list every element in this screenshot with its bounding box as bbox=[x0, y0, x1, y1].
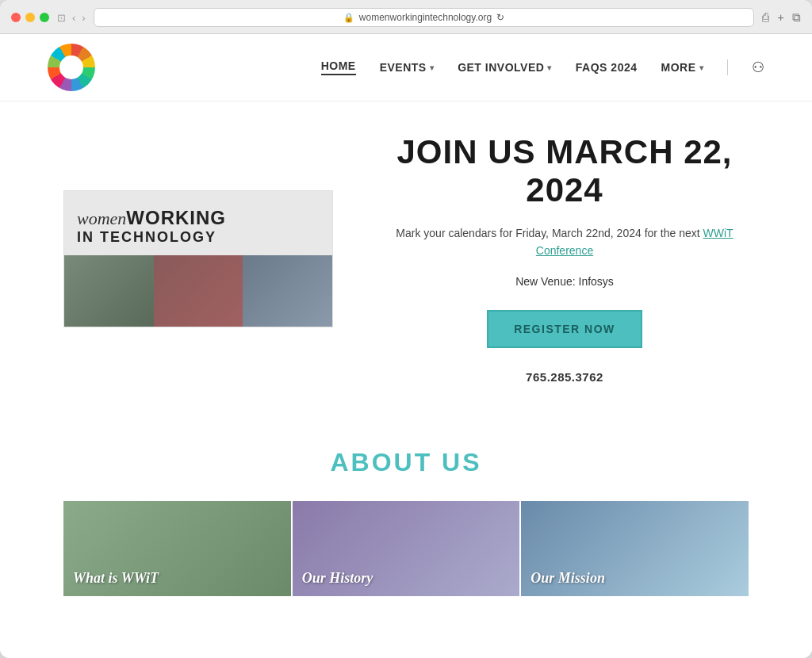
refresh-icon[interactable]: ↻ bbox=[496, 12, 504, 23]
share-icon[interactable]: ⎙ bbox=[762, 10, 769, 25]
close-button[interactable] bbox=[11, 13, 21, 22]
hero-phone: 765.285.3762 bbox=[526, 370, 603, 384]
sidebar-toggle-icon[interactable]: ⊡ bbox=[57, 12, 66, 24]
get-involved-chevron-icon: ▾ bbox=[547, 63, 552, 72]
minimize-button[interactable] bbox=[25, 13, 35, 22]
nav-faqs[interactable]: FAQS 2024 bbox=[576, 61, 638, 74]
about-card-mission[interactable]: Our Mission bbox=[521, 501, 749, 596]
url-text: womenworkingintechnology.org bbox=[359, 12, 492, 23]
hero-italic-text: womenWORKING bbox=[77, 207, 320, 229]
about-title: ABOUT US bbox=[63, 448, 749, 477]
browser-controls: ⊡ ‹ › bbox=[57, 12, 86, 24]
register-now-button[interactable]: REGISTER NOW bbox=[487, 310, 642, 348]
maximize-button[interactable] bbox=[40, 13, 49, 22]
website-content: HOME EVENTS ▾ GET INVOLVED ▾ FAQS 2024 M… bbox=[0, 34, 812, 658]
hero-content: JOIN US MARCH 22, 2024 Mark your calenda… bbox=[381, 133, 749, 384]
about-card-history-label: Our History bbox=[302, 570, 373, 587]
hero-section: womenWORKING IN TECHNOLOGY JOIN US MARCH… bbox=[0, 101, 812, 416]
address-bar[interactable]: 🔒 womenworkingintechnology.org ↻ bbox=[94, 8, 755, 27]
hero-image-block: womenWORKING IN TECHNOLOGY bbox=[63, 190, 333, 327]
more-chevron-icon: ▾ bbox=[699, 63, 704, 72]
traffic-lights bbox=[11, 13, 49, 22]
hero-photos bbox=[64, 255, 332, 327]
back-icon[interactable]: ‹ bbox=[72, 12, 75, 24]
events-chevron-icon: ▾ bbox=[430, 63, 435, 72]
tabs-icon[interactable]: ⧉ bbox=[792, 10, 801, 25]
hero-headline: JOIN US MARCH 22, 2024 bbox=[381, 133, 749, 210]
nav-more[interactable]: MORE ▾ bbox=[661, 61, 704, 74]
site-nav: HOME EVENTS ▾ GET INVOLVED ▾ FAQS 2024 M… bbox=[321, 59, 764, 76]
lock-icon: 🔒 bbox=[343, 13, 354, 23]
hero-photo-1 bbox=[64, 255, 154, 327]
browser-chrome: ⊡ ‹ › 🔒 womenworkingintechnology.org ↻ ⎙… bbox=[0, 0, 812, 34]
hero-photo-3 bbox=[243, 255, 332, 327]
forward-icon[interactable]: › bbox=[82, 12, 85, 24]
nav-get-involved[interactable]: GET INVOLVED ▾ bbox=[458, 61, 552, 74]
about-cards: What is WWiT Our History Our Mission bbox=[63, 501, 749, 596]
hero-image-top: womenWORKING IN TECHNOLOGY bbox=[64, 191, 332, 255]
logo-area[interactable] bbox=[48, 44, 95, 91]
about-card-mission-label: Our Mission bbox=[530, 570, 605, 587]
nav-divider bbox=[727, 59, 728, 75]
site-header: HOME EVENTS ▾ GET INVOLVED ▾ FAQS 2024 M… bbox=[0, 34, 812, 101]
nav-events[interactable]: EVENTS ▾ bbox=[380, 61, 435, 74]
about-card-what-label: What is WWiT bbox=[73, 570, 159, 587]
about-card-what[interactable]: What is WWiT bbox=[63, 501, 291, 596]
new-tab-icon[interactable]: + bbox=[777, 10, 784, 25]
hero-description: Mark your calendars for Friday, March 22… bbox=[381, 224, 749, 260]
hero-subtitle-text: IN TECHNOLOGY bbox=[77, 229, 320, 246]
user-icon[interactable]: ⚇ bbox=[752, 59, 764, 76]
logo-inner bbox=[59, 55, 83, 79]
hero-photo-2 bbox=[154, 255, 243, 327]
browser-actions: ⎙ + ⧉ bbox=[762, 10, 801, 25]
about-card-history[interactable]: Our History bbox=[293, 501, 520, 596]
hero-venue: New Venue: Infosys bbox=[381, 275, 749, 288]
logo-icon bbox=[48, 44, 95, 91]
about-section: ABOUT US What is WWiT Our History Our Mi… bbox=[0, 416, 812, 596]
nav-home[interactable]: HOME bbox=[321, 59, 356, 75]
